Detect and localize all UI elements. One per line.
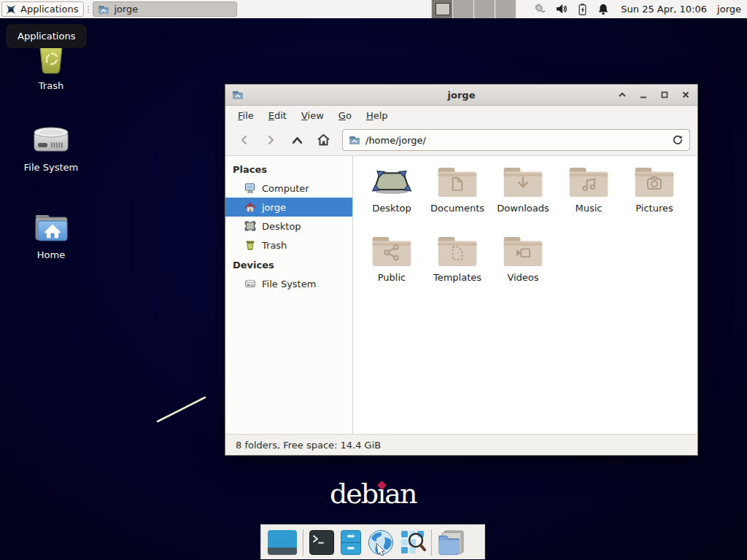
bottom-dock [260, 524, 485, 559]
application-finder-icon [400, 529, 426, 556]
debian-wordmark: debian [330, 478, 416, 510]
terminal-icon [309, 529, 335, 556]
desktop-icon-file-system[interactable]: File System [16, 122, 86, 173]
folder-view: Desktop Documents Downloads Music Pictur… [353, 156, 697, 434]
workspace-4[interactable] [495, 0, 516, 18]
folder-icon [349, 134, 360, 146]
taskbar-window-label: jorge [114, 4, 138, 15]
debian-logo: debian [330, 480, 416, 508]
sidebar-places-header: Places [225, 159, 352, 179]
file-manager-body: Places Computer [225, 155, 697, 434]
panel-user-menu[interactable]: jorge [717, 4, 741, 15]
menu-help[interactable]: Help [360, 107, 395, 124]
home-button[interactable] [311, 129, 335, 151]
minimize-button[interactable] [638, 90, 649, 100]
folder-downloads[interactable]: Downloads [490, 165, 556, 219]
computer-icon [244, 182, 256, 194]
maximize-button[interactable] [659, 90, 670, 100]
applications-tooltip: Applications [6, 24, 87, 48]
workspace-switcher[interactable] [431, 0, 516, 18]
show-desktop-icon [267, 529, 298, 556]
folder-icon [98, 4, 109, 15]
titlebar[interactable]: jorge [225, 85, 697, 106]
folder-pictures[interactable]: Pictures [622, 165, 687, 219]
applications-menu-button[interactable]: Applications [1, 1, 84, 17]
panel-handle[interactable] [85, 1, 91, 17]
web-browser-launcher[interactable] [367, 529, 395, 556]
directory-menu-launcher[interactable] [437, 529, 466, 556]
sidebar-item-computer[interactable]: Computer [225, 179, 352, 198]
folder-documents[interactable]: Documents [425, 165, 490, 219]
file-manager-launcher[interactable] [340, 529, 362, 556]
system-tray [533, 2, 610, 16]
workspace-3[interactable] [474, 0, 495, 18]
directory-folder-icon [437, 529, 466, 556]
sidebar-item-label: File System [262, 279, 316, 289]
folder-public[interactable]: Public [359, 234, 425, 288]
sidebar-item-jorge[interactable]: jorge [225, 198, 352, 217]
top-panel: Applications jorge [0, 0, 747, 18]
notifications-bell-icon[interactable] [597, 3, 610, 16]
panel-clock[interactable]: Sun 25 Apr, 10:06 [621, 4, 707, 15]
folder-label: Desktop [372, 203, 411, 214]
chevron-up-icon [291, 134, 303, 147]
window-controls [617, 90, 691, 100]
chevron-left-icon [239, 134, 250, 146]
home-icon [317, 133, 330, 147]
volume-icon[interactable] [555, 3, 568, 15]
reload-icon[interactable] [672, 134, 684, 146]
battery-charging-icon[interactable] [576, 3, 589, 16]
location-path[interactable]: /home/jorge/ [365, 135, 667, 146]
xfce-applications-icon [5, 4, 17, 15]
close-icon [681, 90, 690, 99]
folder-label: Downloads [497, 203, 549, 214]
network-plug-icon[interactable] [533, 2, 547, 16]
desktop-icon-label: Home [37, 249, 65, 260]
sidebar: Places Computer [225, 156, 353, 434]
show-desktop-button[interactable] [267, 529, 298, 556]
downloads-folder-icon [502, 165, 544, 200]
hard-drive-icon [31, 122, 71, 158]
menubar: File Edit View Go Help [225, 106, 697, 125]
workspace-2[interactable] [453, 0, 474, 18]
folder-music[interactable]: Music [556, 165, 622, 219]
folder-label: Documents [430, 203, 484, 214]
workspace-window-miniature [436, 3, 450, 15]
sidebar-item-file-system[interactable]: File System [225, 274, 352, 293]
applications-menu-label: Applications [20, 4, 78, 15]
folder-desktop[interactable]: Desktop [359, 165, 425, 219]
folder-templates[interactable]: Templates [425, 234, 490, 288]
folder-label: Music [576, 203, 603, 214]
up-button[interactable] [285, 129, 309, 151]
menu-file[interactable]: File [231, 107, 260, 124]
file-manager-window: jorge File Edit View Go Help [225, 84, 698, 456]
public-folder-icon [371, 234, 413, 269]
desktop-icon-label: Trash [39, 80, 63, 91]
menu-go[interactable]: Go [332, 107, 358, 124]
file-cabinet-icon [340, 529, 362, 556]
workspace-1[interactable] [432, 0, 453, 18]
menu-edit[interactable]: Edit [262, 107, 293, 124]
shade-button[interactable] [617, 90, 627, 100]
sidebar-item-trash[interactable]: Trash [225, 236, 352, 254]
desktop-icon-home[interactable]: Home [16, 211, 86, 260]
statusbar: 8 folders, Free space: 14.4 GiB [225, 434, 697, 455]
terminal-launcher[interactable] [309, 529, 335, 556]
forward-button[interactable] [259, 129, 282, 151]
folder-videos[interactable]: Videos [490, 234, 556, 288]
taskbar-window-button[interactable]: jorge [93, 1, 237, 17]
menu-view[interactable]: View [295, 107, 330, 124]
location-bar[interactable]: /home/jorge/ [342, 129, 690, 151]
sidebar-item-desktop[interactable]: Desktop [225, 217, 352, 236]
sidebar-item-label: Desktop [262, 221, 301, 232]
sidebar-item-label: jorge [262, 202, 286, 213]
shade-icon [618, 90, 627, 99]
desktop-icon [244, 220, 256, 232]
back-button[interactable] [233, 129, 256, 151]
application-finder-launcher[interactable] [400, 529, 426, 556]
dock-separator [303, 529, 303, 556]
close-button[interactable] [681, 90, 691, 100]
documents-folder-icon [436, 165, 479, 200]
trash-icon [244, 239, 256, 251]
templates-folder-icon [436, 234, 479, 269]
